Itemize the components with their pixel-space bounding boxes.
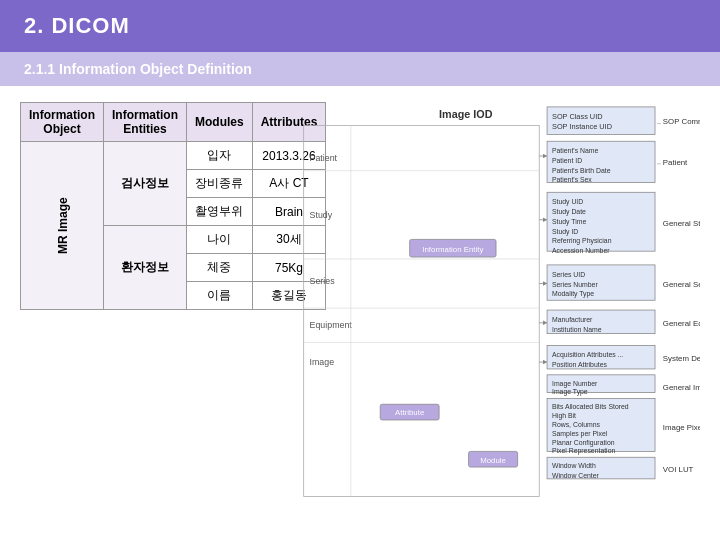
svg-text:VOI LUT: VOI LUT	[663, 465, 694, 474]
svg-text:Series UID: Series UID	[552, 271, 585, 278]
sub-header: 2.1.1 Information Object Definition	[0, 52, 720, 86]
svg-text:Institution Name: Institution Name	[552, 326, 602, 333]
svg-text:Planar Configuration: Planar Configuration	[552, 439, 615, 447]
cell-module: 입자	[187, 142, 253, 170]
cell-module: 장비종류	[187, 170, 253, 198]
svg-text:SOP Common: SOP Common	[663, 117, 700, 126]
page-title: 2. DICOM	[24, 13, 130, 39]
svg-text:Referring Physician: Referring Physician	[552, 237, 612, 245]
svg-text:Series Number: Series Number	[552, 281, 598, 288]
svg-text:Acquisition Attributes ...: Acquisition Attributes ...	[552, 351, 623, 359]
svg-text:Equipment: Equipment	[310, 320, 353, 330]
svg-text:Image Type: Image Type	[552, 388, 588, 396]
svg-text:Study ID: Study ID	[552, 228, 578, 236]
svg-text:High Bit: High Bit	[552, 412, 576, 420]
table-row: MR Image 검사정보 입자 2013.3.26	[21, 142, 326, 170]
col-header-object: InformationObject	[21, 103, 104, 142]
svg-text:Attribute: Attribute	[395, 408, 425, 417]
svg-text:System Depended: System Depended	[663, 354, 700, 363]
svg-text:Window Width: Window Width	[552, 462, 596, 469]
cell-module: 체중	[187, 254, 253, 282]
svg-text:Patient's Name: Patient's Name	[552, 147, 598, 154]
svg-text:Samples per Pixel: Samples per Pixel	[552, 430, 608, 438]
svg-text:Modality Type: Modality Type	[552, 290, 594, 298]
svg-text:Patient's Birth Date: Patient's Birth Date	[552, 167, 611, 174]
svg-text:SOP Class UID: SOP Class UID	[552, 112, 603, 121]
svg-text:Pixel Representation: Pixel Representation	[552, 447, 615, 455]
svg-text:Patient's Sex: Patient's Sex	[552, 176, 592, 183]
sub-title: 2.1.1 Information Object Definition	[24, 61, 252, 77]
cell-module: 촬영부위	[187, 198, 253, 226]
svg-text:Study Time: Study Time	[552, 218, 586, 226]
svg-text:Position Attributes: Position Attributes	[552, 361, 607, 368]
cell-entity-exam: 검사정보	[104, 142, 187, 226]
svg-text:Study UID: Study UID	[552, 198, 583, 206]
svg-text:Rows, Columns: Rows, Columns	[552, 421, 601, 428]
svg-text:Study Date: Study Date	[552, 208, 586, 216]
svg-text:General Equipment: General Equipment	[663, 319, 700, 328]
right-panel: Image IOD SOP Class UID SOP Instance UID…	[296, 102, 700, 524]
svg-text:Image: Image	[310, 357, 335, 367]
diagram-svg: Image IOD SOP Class UID SOP Instance UID…	[296, 102, 700, 524]
svg-text:Image IOD: Image IOD	[439, 108, 493, 120]
svg-text:Image Pixel: Image Pixel	[663, 423, 700, 432]
svg-rect-59	[304, 126, 540, 497]
main-content: InformationObject InformationEntities Mo…	[0, 86, 720, 540]
svg-text:Accession Number: Accession Number	[552, 247, 610, 254]
svg-text:Patient: Patient	[310, 153, 338, 163]
col-header-entities: InformationEntities	[104, 103, 187, 142]
svg-text:General Image: General Image	[663, 383, 700, 392]
page-header: 2. DICOM	[0, 0, 720, 52]
col-header-modules: Modules	[187, 103, 253, 142]
svg-text:Series: Series	[310, 276, 336, 286]
svg-text:Manufacturer: Manufacturer	[552, 316, 593, 323]
svg-text:Image Number: Image Number	[552, 380, 598, 388]
svg-text:General Series: General Series	[663, 280, 700, 289]
cell-object: MR Image	[21, 142, 104, 310]
svg-text:Module: Module	[480, 456, 506, 465]
svg-text:General Study: General Study	[663, 219, 700, 228]
svg-text:Window Center: Window Center	[552, 472, 600, 479]
svg-text:SOP Instance UID: SOP Instance UID	[552, 122, 612, 131]
svg-text:Information Entity: Information Entity	[422, 245, 483, 254]
cell-entity-patient: 환자정보	[104, 226, 187, 310]
left-panel: InformationObject InformationEntities Mo…	[20, 102, 280, 524]
svg-text:Patient ID: Patient ID	[552, 157, 582, 164]
svg-text:Patient: Patient	[663, 158, 688, 167]
svg-text:Bits Allocated Bits Stored: Bits Allocated Bits Stored	[552, 403, 629, 410]
cell-module: 나이	[187, 226, 253, 254]
svg-text:Study: Study	[310, 210, 333, 220]
info-table: InformationObject InformationEntities Mo…	[20, 102, 326, 310]
cell-module: 이름	[187, 282, 253, 310]
